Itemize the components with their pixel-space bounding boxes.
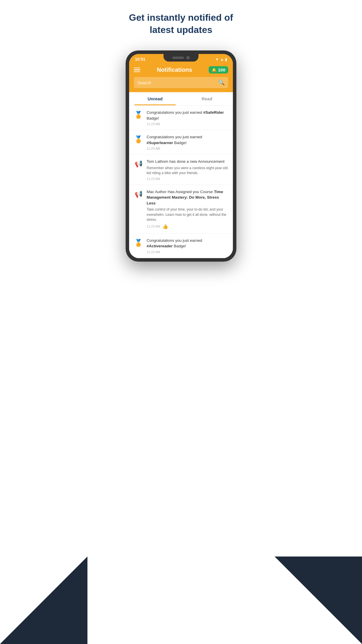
search-bar: Search 🔍 <box>129 77 233 92</box>
notification-count-badge[interactable]: 🔔 100 <box>209 66 228 74</box>
signal-icon: ▲ <box>220 57 224 62</box>
notification-time: 11:23 AM <box>147 250 160 254</box>
page-title: Get instantly notified of latest updates <box>129 12 233 36</box>
notification-subtitle: Take control of your time, your to-do li… <box>147 207 228 222</box>
notification-content: Congratulations you just earned #Superle… <box>147 134 228 150</box>
status-icons: ▼ ▲ ▮ <box>215 57 227 62</box>
notification-item[interactable]: 📢 Tom Lathom has done a new Announcement… <box>129 155 233 185</box>
wifi-icon: ▼ <box>215 57 219 62</box>
notification-text: Mac Author Has Assigned you Course Time … <box>147 189 228 206</box>
notification-text: Congratulations you just earned #SafeRid… <box>147 110 228 121</box>
notification-meta: 11:23 AM <box>147 177 228 181</box>
notification-time: 11:23 AM <box>147 177 160 181</box>
badge-icon-container: 🏅 <box>134 135 143 144</box>
notification-time: 11:23 AM <box>147 122 160 126</box>
battery-icon: ▮ <box>225 57 227 62</box>
notification-meta: 11:23 AM <box>147 122 228 126</box>
notification-subtitle: Remember when you were a careless eight-… <box>147 166 228 176</box>
notification-meta: 11:23 AM <box>147 250 228 254</box>
notification-item[interactable]: 📢 Mac Author Has Assigned you Course Tim… <box>129 185 233 234</box>
badge-icon-container: 🏅 <box>134 238 143 248</box>
phone-mockup: 10:51 ▼ ▲ ▮ Notifications <box>126 50 236 262</box>
notification-meta: 11:23 AM 👍 <box>147 224 228 229</box>
notch <box>164 54 198 62</box>
search-placeholder: Search <box>137 80 216 85</box>
notification-meta: 11:23 AM <box>147 147 228 150</box>
search-input-wrapper[interactable]: Search 🔍 <box>134 77 228 88</box>
search-icon: 🔍 <box>218 79 225 86</box>
badge-count: 100 <box>218 67 225 72</box>
bg-decoration-right <box>275 556 362 644</box>
notification-time: 11:23 AM <box>147 225 160 228</box>
medal-icon: 🏅 <box>134 239 143 247</box>
notification-item[interactable]: 🏅 Congratulations you just earned #SafeR… <box>129 106 233 130</box>
notification-time: 11:23 AM <box>147 147 160 150</box>
app-header: Notifications 🔔 100 <box>129 63 233 77</box>
notification-content: Congratulations you just earned #Activer… <box>147 238 228 254</box>
notch-pill <box>172 57 184 59</box>
megaphone-icon-container: 📢 <box>134 190 143 199</box>
bell-icon: 🔔 <box>212 68 217 72</box>
notification-text: Congratulations you just earned #Superle… <box>147 134 228 146</box>
notification-text: Congratulations you just earned #Activer… <box>147 238 228 249</box>
medal-icon: 🏅 <box>134 135 143 144</box>
megaphone-icon: 📢 <box>135 160 143 168</box>
tabs-container: Unread Read <box>129 92 233 106</box>
notification-text: Tom Lathom has done a new Announcement <box>147 159 228 164</box>
notch-circle <box>186 56 190 60</box>
tab-unread[interactable]: Unread <box>129 92 181 105</box>
megaphone-icon: 📢 <box>135 190 143 198</box>
phone-screen: 10:51 ▼ ▲ ▮ Notifications <box>129 54 233 258</box>
hamburger-menu-button[interactable] <box>134 68 140 72</box>
badge-icon-container: 🏅 <box>134 110 143 120</box>
notification-item[interactable]: 🏅 Congratulations you just earned #Activ… <box>129 234 233 258</box>
notification-item[interactable]: 🏅 Congratulations you just earned #Super… <box>129 130 233 155</box>
notification-content: Tom Lathom has done a new Announcement R… <box>147 159 228 180</box>
medal-icon: 🏅 <box>134 111 143 119</box>
notification-content: Congratulations you just earned #SafeRid… <box>147 110 228 126</box>
header-title: Notifications <box>157 66 192 73</box>
status-time: 10:51 <box>135 57 145 62</box>
megaphone-icon-container: 📢 <box>134 159 143 169</box>
thumbsup-icon: 👍 <box>162 224 168 229</box>
status-bar: 10:51 ▼ ▲ ▮ <box>129 54 233 63</box>
notification-list: 🏅 Congratulations you just earned #SafeR… <box>129 106 233 258</box>
phone-frame: 10:51 ▼ ▲ ▮ Notifications <box>126 50 236 262</box>
tab-read[interactable]: Read <box>181 92 233 105</box>
bg-decoration-left <box>0 556 87 644</box>
notification-content: Mac Author Has Assigned you Course Time … <box>147 189 228 229</box>
